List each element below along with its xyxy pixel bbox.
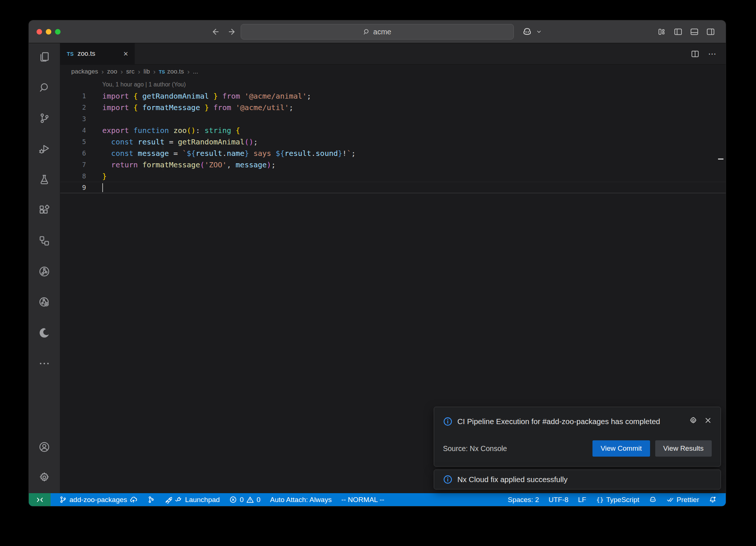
search-value: acme xyxy=(373,28,391,36)
testing-icon xyxy=(38,173,51,186)
vim-mode-status[interactable]: -- NORMAL -- xyxy=(336,493,389,506)
language-status[interactable]: {}TypeScript xyxy=(591,493,644,506)
search-icon xyxy=(363,28,370,35)
line-number: 6 xyxy=(60,150,86,157)
tab-zoo-ts[interactable]: TS zoo.ts × xyxy=(60,43,135,64)
notifications-bell[interactable] xyxy=(704,493,721,506)
breadcrumb-item--[interactable]: ... xyxy=(193,68,198,75)
breadcrumb-item-zoo-ts[interactable]: TSzoo.ts xyxy=(159,68,184,75)
status-label: Spaces: 2 xyxy=(508,496,539,504)
warning-triangle-icon xyxy=(246,496,254,504)
breadcrumb: packages›zoo›src›lib›TSzoo.ts›... xyxy=(60,65,726,79)
code-line-6: 6 const message = `${result.name} says $… xyxy=(60,147,726,159)
problems-status[interactable]: 00 xyxy=(224,493,265,506)
remote-indicator[interactable] xyxy=(29,493,51,506)
activity-settings[interactable] xyxy=(38,471,51,484)
zoom-window-button[interactable] xyxy=(55,29,61,34)
copilot-icon xyxy=(649,496,657,504)
status-bar: add-zoo-packagesLaunchpad00Auto Attach: … xyxy=(29,493,726,506)
encoding-status[interactable]: UTF-8 xyxy=(544,493,573,506)
line-number: 5 xyxy=(60,138,86,146)
desktop: { "colors": { "statusbar_blue": "#0078d4… xyxy=(0,0,756,546)
info-icon xyxy=(443,475,453,484)
formatter-status[interactable]: Prettier xyxy=(662,493,704,506)
status-label: LF xyxy=(578,496,586,504)
typescript-file-icon: TS xyxy=(159,69,165,75)
notification-message: Nx Cloud fix applied successfully xyxy=(457,475,568,484)
copilot-status[interactable] xyxy=(644,493,662,506)
activity-extensions[interactable] xyxy=(38,204,51,216)
code-line-4: 4export function zoo(): string { xyxy=(60,124,726,136)
eol-status[interactable]: LF xyxy=(573,493,591,506)
activity-remote-explorer[interactable] xyxy=(38,235,51,247)
breadcrumb-item-zoo[interactable]: zoo xyxy=(107,68,117,75)
toggle-panel-icon[interactable] xyxy=(690,27,699,37)
code-line-5: 5 const result = getRandomAnimal(); xyxy=(60,136,726,147)
command-center-search[interactable]: acme xyxy=(241,24,514,40)
indent-guide xyxy=(163,136,163,170)
status-label: Launchpad xyxy=(185,496,220,504)
status-label: -- NORMAL -- xyxy=(341,496,384,504)
auto-attach-status[interactable]: Auto Attach: Always xyxy=(265,493,337,506)
notification-settings-gear-icon[interactable] xyxy=(689,416,698,425)
more-actions-icon[interactable]: ⋯ xyxy=(708,49,717,59)
activity-source-control[interactable] xyxy=(38,112,51,124)
breadcrumb-item-packages[interactable]: packages xyxy=(71,68,98,75)
indentation-status[interactable]: Spaces: 2 xyxy=(503,493,544,506)
search-icon xyxy=(38,81,51,94)
view-results-button[interactable]: View Results xyxy=(655,440,712,457)
activity-nx-console[interactable] xyxy=(38,265,51,278)
close-tab-icon[interactable]: × xyxy=(123,50,128,58)
error-circle-icon xyxy=(229,496,237,504)
split-editor-icon[interactable] xyxy=(690,49,700,59)
activity-testing[interactable] xyxy=(38,173,51,186)
copilot-menu[interactable] xyxy=(522,27,542,37)
breadcrumb-item-src[interactable]: src xyxy=(126,68,135,75)
status-label: 0 xyxy=(240,496,244,504)
activity-nx-cloud[interactable] xyxy=(38,296,51,308)
tab-label: zoo.ts xyxy=(78,50,95,58)
toggle-primary-sidebar-icon[interactable] xyxy=(673,27,683,37)
branch-status[interactable]: add-zoo-packages xyxy=(54,493,142,506)
minimize-window-button[interactable] xyxy=(46,29,51,34)
activity-search[interactable] xyxy=(38,81,51,94)
plug-icon xyxy=(175,496,182,504)
text-cursor xyxy=(102,183,103,192)
view-commit-button[interactable]: View Commit xyxy=(592,440,650,457)
git-branch-icon xyxy=(59,496,67,504)
source-control-graph-status[interactable] xyxy=(142,493,159,506)
status-label: Prettier xyxy=(677,496,699,504)
notification-close-icon[interactable] xyxy=(704,417,712,424)
notification-source: Source: Nx Console xyxy=(443,444,507,453)
git-graph-icon xyxy=(147,496,155,504)
line-number: 9 xyxy=(60,184,86,191)
title-bar: acme xyxy=(29,20,726,43)
notification-toast-nx-cloud: Nx Cloud fix applied successfully xyxy=(434,470,721,489)
activity-run-debug[interactable] xyxy=(38,143,51,155)
forward-arrow-icon[interactable] xyxy=(227,27,237,37)
launchpad-status[interactable]: Launchpad xyxy=(159,493,224,506)
activity-edge[interactable] xyxy=(38,327,51,339)
chevron-right-icon: › xyxy=(121,68,123,76)
line-number: 4 xyxy=(60,127,86,134)
git-blame-annotation: You, 1 hour ago | 1 author (You) xyxy=(60,79,726,90)
svg-text:{}: {} xyxy=(596,496,604,503)
customize-layout-icon[interactable] xyxy=(657,27,667,37)
status-label: 0 xyxy=(257,496,261,504)
copilot-icon xyxy=(522,27,532,37)
remote-explorer-icon xyxy=(38,235,51,247)
notification-message: CI Pipeline Execution for #add-zoo-packa… xyxy=(457,416,664,427)
activity-more[interactable] xyxy=(38,357,51,370)
close-window-button[interactable] xyxy=(37,29,42,34)
breadcrumb-item-lib[interactable]: lib xyxy=(144,68,150,75)
tab-bar: TS zoo.ts × ⋯ xyxy=(60,43,726,65)
activity-accounts[interactable] xyxy=(38,441,51,453)
chevron-right-icon: › xyxy=(102,68,104,76)
chevron-right-icon: › xyxy=(138,68,140,76)
nx-cloud-icon xyxy=(38,296,51,308)
back-arrow-icon[interactable] xyxy=(210,27,220,37)
activity-explorer[interactable] xyxy=(38,51,51,63)
toggle-secondary-sidebar-icon[interactable] xyxy=(706,27,715,37)
nx-console-icon xyxy=(38,265,51,278)
notification-center: CI Pipeline Execution for #add-zoo-packa… xyxy=(434,407,721,489)
